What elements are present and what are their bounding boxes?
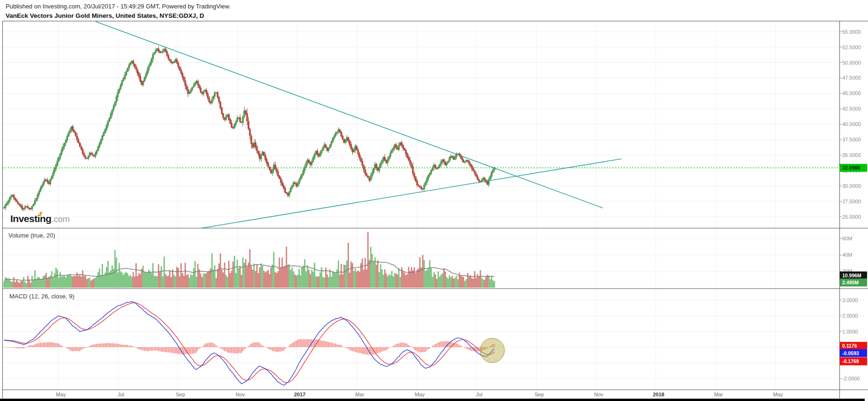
volume-pane[interactable] <box>2 228 839 289</box>
price-pane[interactable] <box>2 21 839 228</box>
macd-pane[interactable] <box>2 289 839 390</box>
investing-watermark: Investing.com <box>10 213 70 224</box>
price-axis-area[interactable] <box>839 21 868 398</box>
watermark-brand: Investing <box>10 213 52 224</box>
watermark-suffix: .com <box>52 215 70 224</box>
chart-canvas: 55.000052.500050.000047.500045.000042.50… <box>0 0 868 401</box>
time-axis-area[interactable] <box>2 390 839 398</box>
chart-page: Published on Investing.com, 20/Jul/2017 … <box>0 0 868 401</box>
